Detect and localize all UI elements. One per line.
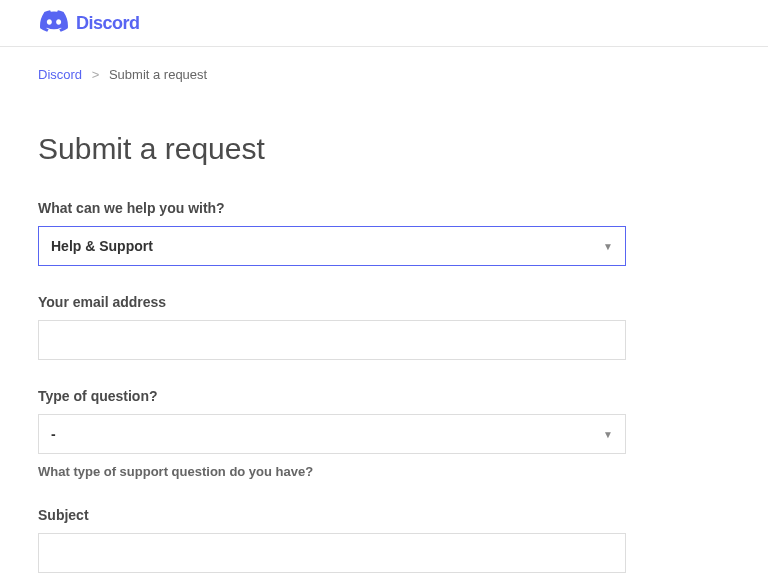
question-type-select[interactable]: - ▼ <box>38 414 626 454</box>
help-with-label: What can we help you with? <box>38 200 730 216</box>
form-group-question-type: Type of question? - ▼ What type of suppo… <box>38 388 730 479</box>
breadcrumb-separator: > <box>92 67 100 82</box>
question-type-hint: What type of support question do you hav… <box>38 464 730 479</box>
breadcrumb: Discord > Submit a request <box>38 67 730 82</box>
form-group-help-with: What can we help you with? Help & Suppor… <box>38 200 730 266</box>
discord-logo-link[interactable]: Discord <box>40 10 140 36</box>
content: Discord > Submit a request Submit a requ… <box>0 47 768 573</box>
header: Discord <box>0 0 768 46</box>
email-label: Your email address <box>38 294 730 310</box>
form-group-email: Your email address <box>38 294 730 360</box>
brand-text: Discord <box>76 13 140 34</box>
chevron-down-icon: ▼ <box>603 429 613 440</box>
question-type-value: - <box>51 426 56 442</box>
form-group-subject: Subject <box>38 507 730 573</box>
subject-field[interactable] <box>38 533 626 573</box>
help-with-select[interactable]: Help & Support ▼ <box>38 226 626 266</box>
subject-label: Subject <box>38 507 730 523</box>
chevron-down-icon: ▼ <box>603 241 613 252</box>
help-with-value: Help & Support <box>51 238 153 254</box>
question-type-label: Type of question? <box>38 388 730 404</box>
breadcrumb-current: Submit a request <box>109 67 207 82</box>
discord-icon <box>40 10 68 36</box>
page-title: Submit a request <box>38 132 730 166</box>
breadcrumb-root-link[interactable]: Discord <box>38 67 82 82</box>
email-field[interactable] <box>38 320 626 360</box>
